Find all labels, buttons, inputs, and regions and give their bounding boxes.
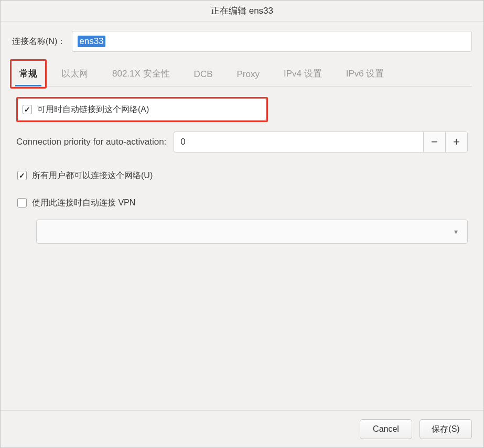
auto-connect-label: 可用时自动链接到这个网络(A) bbox=[37, 104, 149, 115]
annotation-highlight-autoconnect: 可用时自动链接到这个网络(A) bbox=[16, 97, 268, 122]
priority-spinner[interactable]: 0 − + bbox=[174, 132, 468, 152]
all-users-row[interactable]: 所有用户都可以连接这个网络(U) bbox=[16, 165, 468, 186]
tab-general[interactable]: 常规 bbox=[15, 62, 41, 86]
cancel-button[interactable]: Cancel bbox=[360, 419, 412, 439]
save-button[interactable]: 保存(S) bbox=[420, 419, 472, 439]
priority-row: Connection priority for auto-activation:… bbox=[16, 132, 468, 152]
tab-ipv6[interactable]: IPv6 设置 bbox=[342, 62, 389, 86]
tab-dcb[interactable]: DCB bbox=[190, 64, 217, 86]
connection-name-input[interactable]: ens33 bbox=[72, 31, 472, 52]
general-panel: 可用时自动链接到这个网络(A) Connection priority for … bbox=[12, 86, 472, 410]
connection-name-value: ens33 bbox=[78, 36, 105, 47]
tab-proxy[interactable]: Proxy bbox=[233, 64, 264, 86]
vpn-label: 使用此连接时自动连接 VPN bbox=[32, 198, 135, 209]
tab-ethernet[interactable]: 以太网 bbox=[57, 62, 92, 86]
titlebar: 正在编辑 ens33 bbox=[1, 1, 483, 21]
all-users-label: 所有用户都可以连接这个网络(U) bbox=[32, 170, 153, 181]
auto-connect-checkbox[interactable] bbox=[23, 105, 32, 114]
tabs-bar: 常规 以太网 802.1X 安全性 DCB Proxy IPv4 设置 IPv6… bbox=[12, 62, 472, 86]
dialog-footer: Cancel 保存(S) bbox=[1, 410, 483, 447]
tab-8021x[interactable]: 802.1X 安全性 bbox=[108, 62, 174, 86]
connection-name-label: 连接名称(N)： bbox=[12, 36, 66, 47]
priority-decrement-button[interactable]: − bbox=[423, 132, 445, 152]
all-users-checkbox[interactable] bbox=[17, 171, 27, 180]
priority-label: Connection priority for auto-activation: bbox=[16, 137, 166, 147]
connection-name-row: 连接名称(N)： ens33 bbox=[12, 31, 472, 52]
chevron-down-icon: ▾ bbox=[454, 227, 458, 236]
priority-value[interactable]: 0 bbox=[174, 132, 423, 152]
vpn-checkbox[interactable] bbox=[17, 198, 27, 207]
priority-increment-button[interactable]: + bbox=[445, 132, 467, 152]
dialog-window: 正在编辑 ens33 连接名称(N)： ens33 常规 以太网 802.1X … bbox=[0, 0, 484, 448]
window-title: 正在编辑 ens33 bbox=[211, 5, 273, 17]
content-area: 连接名称(N)： ens33 常规 以太网 802.1X 安全性 DCB Pro… bbox=[1, 21, 483, 410]
auto-connect-row[interactable]: 可用时自动链接到这个网络(A) bbox=[18, 99, 266, 121]
vpn-select[interactable]: ▾ bbox=[36, 220, 468, 244]
tab-ipv4[interactable]: IPv4 设置 bbox=[279, 62, 326, 86]
vpn-row[interactable]: 使用此连接时自动连接 VPN bbox=[16, 192, 468, 213]
